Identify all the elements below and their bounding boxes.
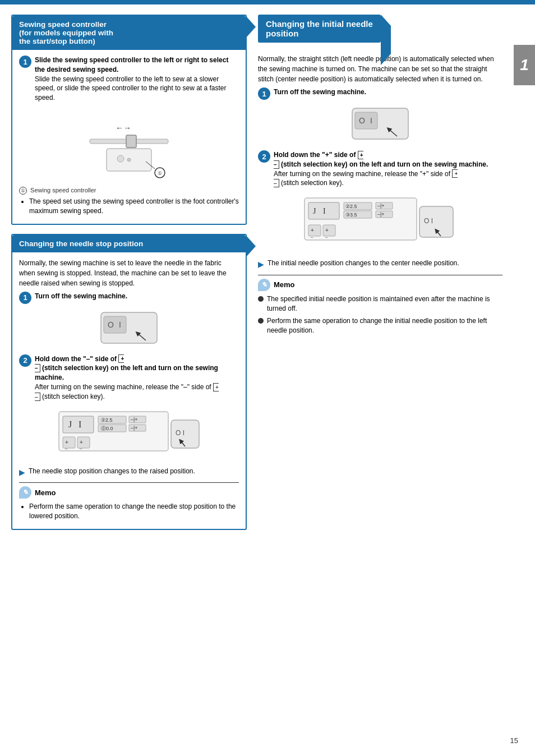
right-step2-circle: 2 — [258, 150, 270, 163]
power-off-svg-left: O I — [95, 310, 163, 349]
caption1: ① Sewing speed controller — [19, 187, 239, 195]
svg-text:J: J — [68, 420, 72, 429]
needle-stop-step2-text: Hold down the "–" side of +– (stitch sel… — [35, 354, 239, 402]
right-panel-svg: J I ②2.5 ③3.5 –|+ –|+ + + – – — [302, 192, 459, 254]
sewing-speed-section: Sewing speed controller(for models equip… — [11, 15, 247, 225]
main-content: Sewing speed controller(for models equip… — [0, 4, 535, 549]
step1-bold: Slide the sewing speed controller to the… — [35, 56, 228, 73]
speed-controller-svg: ←→ ① — [73, 108, 185, 181]
svg-text:③3.5: ③3.5 — [345, 212, 357, 218]
needle-stop-memo-title: ✎ Memo — [19, 486, 239, 499]
svg-text:I: I — [79, 420, 81, 429]
svg-text:–: – — [65, 446, 68, 451]
svg-text:I: I — [370, 116, 372, 125]
svg-text:+: + — [80, 439, 83, 445]
memo-icon-left: ✎ — [19, 486, 31, 499]
right-section-title: Changing the initial needleposition — [266, 19, 373, 38]
page-number-tab: 1 — [514, 45, 535, 85]
right-arrow-text: The initial needle position changes to t… — [268, 259, 459, 268]
step1-text: Slide the sewing speed controller to the… — [35, 56, 239, 103]
right-memo-title: ✎ Memo — [258, 279, 502, 291]
needle-stop-step1-text: Turn off the sewing machine. — [35, 292, 127, 301]
step2-release: After turning on the sewing machine, rel… — [35, 383, 219, 400]
right-arrow: ▶ The initial needle position changes to… — [258, 259, 502, 270]
svg-text:←→: ←→ — [116, 123, 131, 132]
step2-bold: Hold down the "–" side of +– (stitch sel… — [35, 355, 218, 382]
page-tab-number: 1 — [520, 56, 529, 73]
right-header-wrap: Changing the initial needleposition — [258, 15, 502, 48]
top-bar — [0, 0, 535, 4]
needle-stop-step1: 1 Turn off the sewing machine. — [19, 292, 239, 304]
svg-text:I: I — [323, 207, 326, 215]
svg-text:⓪0.0: ⓪0.0 — [101, 426, 113, 431]
page-number: 15 — [510, 736, 518, 745]
svg-text:–|+: –|+ — [131, 417, 138, 422]
right-memo-bullet1: The specified initial needle position is… — [258, 294, 502, 314]
left-column: Sewing speed controller(for models equip… — [11, 15, 247, 539]
svg-rect-1 — [126, 135, 136, 147]
memo-dot-2 — [258, 318, 264, 324]
right-memo-bullet2: Perform the same operation to change the… — [258, 316, 502, 335]
needle-stop-section: Changing the needle stop position Normal… — [11, 234, 247, 530]
right-step1: 1 Turn off the sewing machine. — [258, 87, 502, 100]
svg-rect-34 — [355, 112, 377, 129]
needle-stop-arrow: ▶ The needle stop position changes to th… — [19, 467, 239, 478]
step1-row: 1 Slide the sewing speed controller to t… — [19, 56, 239, 103]
right-memo: ✎ Memo The specified initial needle posi… — [258, 275, 502, 335]
right-memo-bullet2-text: Perform the same operation to change the… — [267, 316, 502, 335]
needle-stop-memo: ✎ Memo Perform the same operation to cha… — [19, 482, 239, 521]
svg-text:–|+: –|+ — [131, 425, 138, 431]
right-section-header: Changing the initial needleposition — [258, 15, 381, 43]
needle-stop-arrow-text: The needle stop position changes to the … — [29, 467, 195, 476]
memo-label-left: Memo — [35, 488, 56, 497]
needle-stop-memo-list: Perform the same operation to change the… — [19, 502, 239, 521]
needle-stop-step2-circle: 2 — [19, 354, 31, 367]
needle-stop-title: Changing the needle stop position — [19, 239, 143, 248]
page-footer: 15 — [510, 736, 518, 745]
svg-text:–: – — [311, 234, 313, 239]
caption-circle-1: ① — [19, 187, 27, 195]
step1-circle: 1 — [19, 56, 31, 68]
right-step2-release: After turning on the sewing machine, rel… — [274, 170, 458, 187]
svg-text:O: O — [359, 116, 365, 125]
sewing-speed-content: 1 Slide the sewing speed controller to t… — [12, 50, 246, 224]
right-step2-bold: Hold down the "+" side of +– (stitch sel… — [274, 151, 488, 168]
svg-text:–: – — [325, 234, 328, 239]
memo-label-right: Memo — [274, 280, 295, 289]
memo-dot-1 — [258, 296, 264, 302]
speed-bullet-1: The speed set using the sewing speed con… — [29, 197, 239, 216]
svg-text:O  I: O I — [176, 429, 185, 437]
svg-text:I: I — [119, 320, 121, 329]
right-step2-text: Hold down the "+" side of +– (stitch sel… — [274, 150, 488, 188]
svg-text:J: J — [313, 207, 316, 215]
memo-icon-right: ✎ — [258, 279, 270, 291]
svg-point-4 — [127, 158, 131, 162]
needle-stop-panel-svg: J I ②2.5 ⓪0.0 –|+ –|+ + — [56, 406, 202, 462]
svg-text:+: + — [65, 439, 68, 445]
needle-stop-intro: Normally, the sewing machine is set to l… — [19, 258, 239, 288]
right-step1-bold: Turn off the sewing machine. — [274, 88, 366, 96]
step1-normal: Slide the sewing speed controller to the… — [35, 75, 227, 102]
needle-stop-step1-bold: Turn off the sewing machine. — [35, 292, 127, 300]
svg-text:+: + — [311, 227, 314, 233]
arrow-icon: ▶ — [19, 467, 25, 478]
svg-point-3 — [117, 155, 124, 162]
needle-stop-memo-bullet1: Perform the same operation to change the… — [29, 502, 239, 521]
sewing-speed-header: Sewing speed controller(for models equip… — [12, 16, 246, 50]
sewing-speed-title: Sewing speed controller(for models equip… — [19, 20, 113, 45]
svg-text:O: O — [108, 320, 114, 329]
speed-bullet-list: The speed set using the sewing speed con… — [19, 197, 239, 216]
right-memo-bullet1-text: The specified initial needle position is… — [267, 294, 502, 314]
svg-text:②2.5: ②2.5 — [345, 204, 357, 209]
speed-controller-illustration: ←→ ① — [19, 108, 239, 181]
needle-stop-content: Normally, the sewing machine is set to l… — [12, 252, 246, 529]
svg-text:O  I: O I — [424, 217, 433, 225]
right-step1-text: Turn off the sewing machine. — [274, 87, 366, 97]
svg-text:–|+: –|+ — [377, 203, 385, 209]
svg-rect-10 — [104, 316, 126, 333]
svg-text:②2.5: ②2.5 — [101, 417, 113, 423]
svg-text:①: ① — [158, 170, 162, 176]
page: 1 Sewing speed controller(for models equ… — [0, 0, 535, 756]
right-step2: 2 Hold down the "+" side of +– (stitch s… — [258, 150, 502, 188]
needle-stop-step2: 2 Hold down the "–" side of +– (stitch s… — [19, 354, 239, 402]
